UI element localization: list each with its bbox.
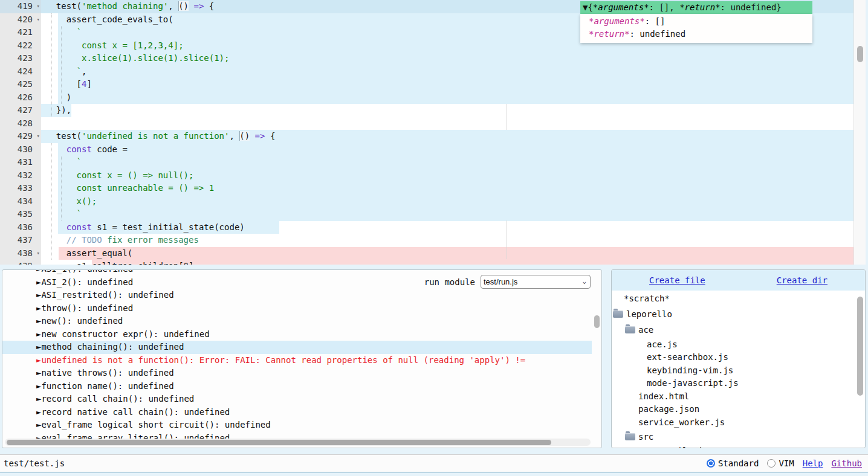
test-result-item[interactable]: ►record native call chain(): undefined [2, 406, 592, 419]
code-token: => [255, 131, 265, 141]
code-line[interactable]: const unreachable = () => 1 [0, 182, 853, 195]
run-module-control: run module test/run.js ⌄ [424, 275, 591, 289]
test-result-item[interactable]: ►new(): undefined [2, 315, 592, 328]
vim-label: VIM [779, 458, 794, 468]
code-token: { [204, 1, 214, 11]
code-token: 'undefined is not a function' [82, 131, 229, 141]
code-token: s1 = test_initial_state(code) [92, 222, 245, 232]
file-tree-panel: Create file Create dir *scratch*leporell… [611, 269, 866, 448]
logs-horizontal-scrollbar-thumb[interactable] [7, 440, 551, 445]
file-tree-folder[interactable]: src [612, 429, 865, 445]
code-line[interactable]: ) [0, 91, 853, 105]
code-token: const x = [1,2,3,4]; [46, 40, 184, 50]
logs-vertical-scrollbar-thumb[interactable] [594, 315, 600, 328]
folder-icon [625, 433, 635, 440]
code-line[interactable]: test('undefined is not a function', () =… [0, 130, 853, 143]
test-result-item[interactable]: ►native throws(): undefined [2, 367, 592, 380]
file-tree-folder[interactable]: leporello [612, 306, 865, 322]
test-result-item[interactable]: ►undefined is not a function(): Error: F… [2, 354, 592, 367]
code-token: , [229, 131, 239, 141]
tooltip-key: *return* [589, 29, 629, 39]
code-token: () [239, 131, 250, 141]
test-result-item[interactable]: ►throw(): undefined [2, 302, 592, 315]
file-tree-file[interactable]: ext-searchbox.js [612, 351, 865, 364]
code-line[interactable]: const x = () => null(); [0, 169, 853, 182]
file-tree-file[interactable]: ast_utils.js [612, 445, 865, 449]
file-tree-file[interactable]: index.html [612, 390, 865, 403]
code-line[interactable]: const s1 = test_initial_state(code) [0, 221, 853, 234]
test-result-item[interactable]: ►record call chain(): undefined [2, 393, 592, 406]
code-token: assert_equal( [46, 248, 132, 258]
code-token: ` [46, 209, 82, 219]
tooltip-header-token: : [], [649, 2, 680, 12]
keybinding-vim-option[interactable]: VIM [767, 458, 794, 468]
code-token: const unreachable = () => 1 [46, 183, 214, 193]
code-token [46, 235, 66, 245]
code-token: }), [46, 105, 71, 115]
help-link[interactable]: Help [803, 458, 823, 468]
code-token: const [66, 222, 92, 232]
test-result-item[interactable]: ►eval_frame logical short circuit(): und… [2, 419, 592, 432]
keybinding-standard-option[interactable]: Standard [707, 458, 759, 468]
file-label: ace.js [647, 339, 678, 349]
code-line[interactable] [0, 117, 853, 130]
tooltip-header-token: *return* [679, 2, 720, 12]
file-label: ext-searchbox.js [647, 352, 728, 362]
editor-scrollbar-thumb[interactable] [857, 46, 863, 62]
code-token: () [178, 1, 189, 11]
code-token: , [168, 1, 178, 11]
code-line[interactable]: const code = [0, 143, 853, 156]
code-token: fix error messages [107, 235, 199, 245]
file-label: service_worker.js [638, 417, 725, 427]
code-line[interactable]: [4] [0, 78, 853, 91]
test-result-item[interactable]: ►ASI_restrited(): undefined [2, 289, 592, 302]
code-token: ` [46, 157, 82, 167]
files-vertical-scrollbar-thumb[interactable] [857, 297, 863, 396]
file-tree-file[interactable]: package.json [612, 403, 865, 416]
code-token: test( [46, 131, 82, 141]
code-token: test( [46, 1, 82, 11]
file-tree-folder[interactable]: ace [612, 322, 865, 338]
code-line[interactable]: x.slice(1).slice(1).slice(1); [0, 52, 853, 65]
code-line[interactable]: ` [0, 156, 853, 169]
create-dir-link[interactable]: Create dir [777, 270, 828, 291]
tooltip-row[interactable]: *return*: undefined [580, 28, 812, 40]
file-label: src [638, 432, 653, 442]
status-bar-controls: Standard VIM Help Github [707, 458, 862, 468]
file-tree-file[interactable]: *scratch* [612, 291, 865, 306]
radio-standard-icon[interactable] [707, 459, 715, 468]
tooltip-value: : undefined [629, 29, 685, 39]
code-token: => [193, 1, 204, 11]
create-file-link[interactable]: Create file [649, 270, 705, 291]
code-line[interactable]: }), [0, 104, 853, 117]
code-token: ] [86, 79, 91, 89]
run-module-select[interactable]: test/run.js [481, 275, 591, 289]
code-line[interactable]: `, [0, 65, 853, 79]
file-tree-file[interactable]: service_worker.js [612, 416, 865, 429]
tooltip-row[interactable]: *arguments*: [] [580, 15, 812, 28]
test-results-panel: ►ASI_1(): undefined►ASI_2(): undefined►A… [2, 269, 602, 448]
code-token: ` [46, 27, 82, 37]
file-tree-file[interactable]: ace.js [612, 338, 865, 351]
code-token: const [66, 144, 92, 154]
file-tree-file[interactable]: keybinding-vim.js [612, 364, 865, 377]
code-line[interactable]: // TODO fix error messages [0, 234, 853, 247]
file-label: ace [638, 325, 653, 335]
folder-icon [613, 310, 623, 318]
code-line[interactable]: ` [0, 208, 853, 221]
test-result-item[interactable]: ►new constructor expr(): undefined [2, 328, 592, 341]
code-line[interactable]: assert_equal( [0, 247, 853, 260]
github-link[interactable]: Github [831, 458, 862, 468]
tooltip-header[interactable]: ▼{*arguments*: [], *return*: undefined} [580, 1, 812, 14]
tooltip-key: *arguments* [589, 16, 645, 26]
test-result-item[interactable]: ►function name(): undefined [2, 380, 592, 393]
logs-horizontal-scrollbar[interactable] [5, 439, 591, 446]
file-label: keybinding-vim.js [647, 365, 733, 375]
code-line[interactable]: s1.calltree.children[0] [0, 260, 853, 265]
code-line[interactable]: x(); [0, 195, 853, 208]
file-tree-file[interactable]: mode-javascript.js [612, 377, 865, 390]
file-tree-list: *scratch*leporelloaceace.jsext-searchbox… [612, 291, 865, 448]
editor-vertical-scrollbar[interactable] [853, 0, 866, 265]
test-result-item[interactable]: ►method chaining(): undefined [2, 341, 592, 354]
radio-vim-icon[interactable] [767, 459, 776, 468]
